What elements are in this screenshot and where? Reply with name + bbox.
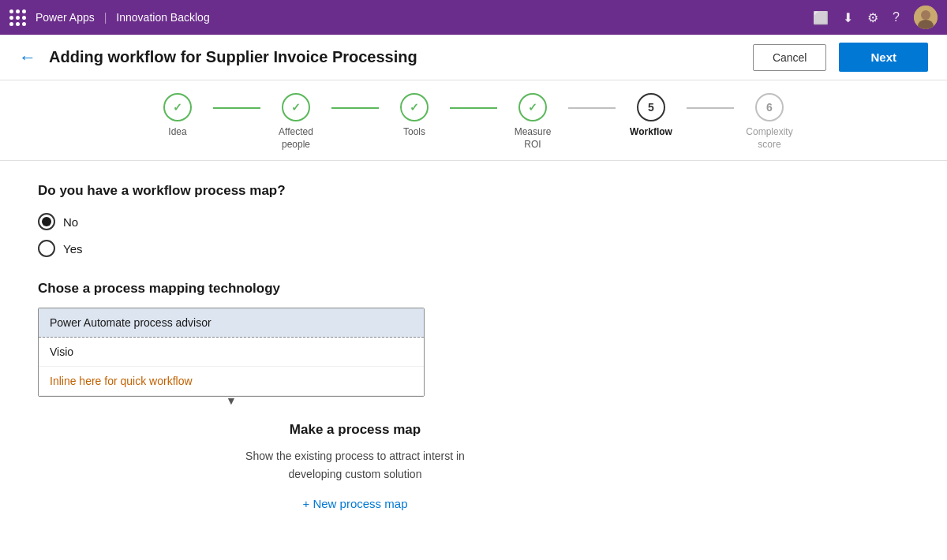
dropdown-option-visio[interactable]: Visio: [39, 338, 424, 367]
page-title: Adding workflow for Supplier Invoice Pro…: [49, 48, 740, 66]
connector-5: [687, 107, 734, 109]
step-circle-complexity: 6: [755, 93, 784, 121]
app-name: Power Apps: [36, 11, 95, 24]
dropdown-option-inline[interactable]: Inline here for quick workflow: [39, 367, 424, 396]
radio-no-circle[interactable]: [38, 213, 55, 230]
process-map-section: Make a process map Show the existing pro…: [38, 422, 672, 511]
step-label-affected: Affectedpeople: [279, 126, 313, 151]
step-affected-people: ✓ Affectedpeople: [260, 93, 331, 151]
process-map-description: Show the existing process to attract int…: [38, 447, 672, 483]
step-circle-affected: ✓: [282, 93, 310, 121]
topbar: Power Apps | Innovation Backlog ⬜ ⬇ ⚙ ?: [0, 0, 947, 35]
connector-4: [568, 107, 616, 109]
step-circle-workflow: 5: [637, 93, 665, 121]
new-process-map-link[interactable]: + New process map: [303, 497, 408, 510]
radio-yes-label: Yes: [63, 242, 82, 256]
settings-icon[interactable]: ⚙: [867, 10, 878, 25]
waffle-icon[interactable]: [9, 9, 26, 26]
radio-yes-circle[interactable]: [38, 240, 55, 257]
step-complexity: 6 Complexityscore: [734, 93, 805, 151]
step-label-idea: Idea: [168, 126, 186, 139]
connector-1: [213, 107, 260, 109]
step-circle-idea: ✓: [163, 93, 192, 121]
step-label-tools: Tools: [403, 126, 425, 139]
stepper: ✓ Idea ✓ Affectedpeople ✓ Tools ✓ Measur…: [0, 80, 947, 161]
svg-point-1: [921, 10, 930, 20]
main-content: Do you have a workflow process map? No Y…: [0, 161, 710, 533]
step-label-workflow: Workflow: [630, 126, 672, 139]
radio-group: No Yes: [38, 213, 672, 257]
process-tech-dropdown[interactable]: Power Automate process advisor Visio Inl…: [38, 308, 425, 397]
back-button[interactable]: ←: [19, 47, 36, 68]
step-label-measure: MeasureROI: [515, 126, 552, 151]
radio-no-label: No: [63, 215, 78, 229]
workflow-question: Do you have a workflow process map?: [38, 183, 672, 199]
process-map-title: Make a process map: [38, 422, 672, 438]
step-circle-tools: ✓: [400, 93, 429, 121]
step-idea: ✓ Idea: [142, 93, 213, 139]
screen-icon[interactable]: ⬜: [813, 10, 829, 25]
topbar-icons: ⬜ ⬇ ⚙ ?: [813, 6, 938, 29]
step-circle-measure: ✓: [518, 93, 547, 121]
project-name: Innovation Backlog: [116, 11, 209, 24]
step-measure-roi: ✓ MeasureROI: [497, 93, 568, 151]
connector-2: [331, 107, 379, 109]
dropdown-arrow-icon: ▼: [226, 394, 237, 407]
cancel-button[interactable]: Cancel: [753, 44, 827, 71]
process-tech-label: Chose a process mapping technology: [38, 281, 672, 297]
visio-option-text: Visio: [50, 345, 73, 358]
step-tools: ✓ Tools: [379, 93, 450, 139]
radio-yes[interactable]: Yes: [38, 240, 672, 257]
radio-no[interactable]: No: [38, 213, 672, 230]
download-icon[interactable]: ⬇: [843, 10, 853, 25]
step-workflow: 5 Workflow: [616, 93, 687, 139]
next-button[interactable]: Next: [839, 43, 928, 72]
help-icon[interactable]: ?: [893, 10, 900, 24]
user-avatar[interactable]: [914, 6, 938, 29]
dropdown-selected-option[interactable]: Power Automate process advisor: [39, 308, 424, 338]
connector-3: [450, 107, 497, 109]
topbar-separator: |: [104, 11, 107, 24]
selected-option-text: Power Automate process advisor: [50, 316, 211, 329]
step-label-complexity: Complexityscore: [746, 126, 792, 151]
header-row: ← Adding workflow for Supplier Invoice P…: [0, 35, 947, 80]
inline-option-text: Inline here for quick workflow: [50, 375, 193, 387]
